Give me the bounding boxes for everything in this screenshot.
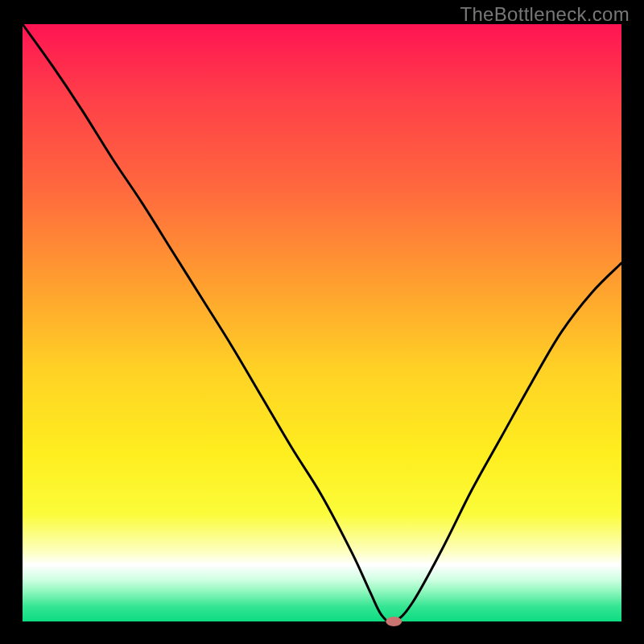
- chart-frame: TheBottleneck.com: [0, 0, 644, 644]
- bottleneck-chart: [0, 0, 644, 644]
- gradient-background: [23, 24, 621, 621]
- watermark-label: TheBottleneck.com: [460, 3, 630, 26]
- minimum-marker-icon: [386, 617, 402, 626]
